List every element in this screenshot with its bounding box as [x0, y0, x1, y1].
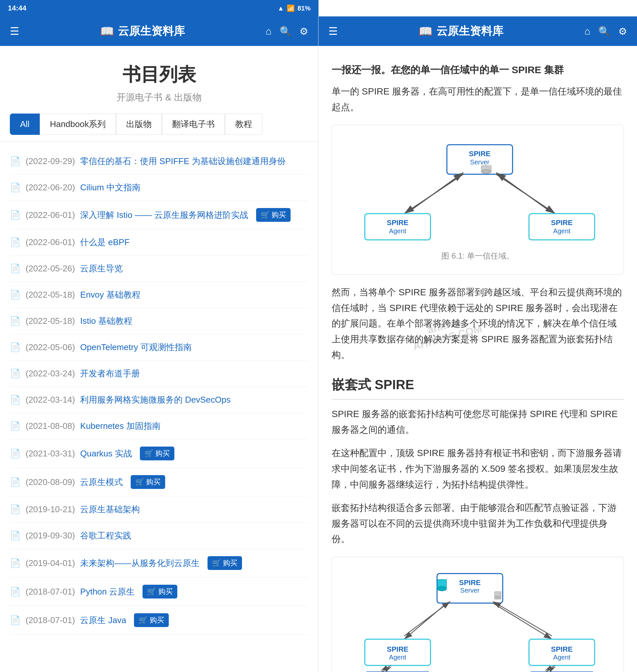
buy-badge-12[interactable]: 🛒 购买: [131, 475, 165, 489]
book-item-0: 📄(2022-09-29)零信任的基石：使用 SPIFFE 为基础设施创建通用身…: [10, 148, 308, 174]
filter-tab-1[interactable]: Handbook系列: [40, 114, 116, 135]
article-content: 一报还一报。在您的单一信任域中的单一 SPIRE 集群 单一的 SPIRE 服务…: [318, 46, 637, 672]
book-doc-icon-11: 📄: [10, 449, 20, 459]
book-date-6: (2022-05-18): [25, 316, 75, 326]
filter-tabs: AllHandbook系列出版物翻译电子书教程: [0, 114, 318, 142]
filter-tab-2[interactable]: 出版物: [116, 114, 162, 135]
search-icon-left[interactable]: 🔍: [279, 25, 292, 37]
book-title-13[interactable]: 云原生基础架构: [80, 504, 140, 515]
book-doc-icon-10: 📄: [10, 421, 20, 431]
book-date-15: (2019-04-01): [25, 558, 75, 568]
book-title-4[interactable]: 云原生导览: [80, 263, 123, 274]
book-title-8[interactable]: 开发者布道手册: [80, 368, 140, 379]
book-date-8: (2022-03-24): [25, 369, 75, 379]
menu-icon-left[interactable]: ☰: [10, 25, 19, 37]
search-icon-right[interactable]: 🔍: [598, 25, 611, 37]
book-title-9[interactable]: 利用服务网格实施微服务的 DevSecOps: [80, 394, 231, 406]
book-title-16[interactable]: Python 云原生: [80, 586, 134, 598]
book-date-1: (2022-06-20): [25, 183, 75, 193]
section-text1: SPIRE 服务器的嵌套拓扑结构可使您尽可能保持 SPIRE 代理和 SPIRE…: [332, 406, 624, 437]
book-doc-icon-0: 📄: [10, 156, 20, 166]
book-date-0: (2022-09-29): [25, 156, 75, 166]
book-doc-icon-16: 📄: [10, 587, 20, 597]
buy-badge-11[interactable]: 🛒 购买: [140, 447, 174, 460]
svg-text:Agent: Agent: [389, 227, 406, 235]
book-doc-icon-5: 📄: [10, 290, 20, 300]
buy-badge-16[interactable]: 🛒 购买: [143, 585, 177, 598]
svg-point-5: [481, 170, 491, 173]
book-date-16: (2018-07-01): [25, 587, 75, 597]
menu-icon-right[interactable]: ☰: [328, 25, 338, 37]
navbar-right: ☰ 📖 云原生资料库 ⌂ 🔍 ⚙: [318, 16, 637, 46]
navbar-icons-left: ⌂ 🔍 ⚙: [266, 25, 308, 37]
page-title: 书目列表: [10, 62, 308, 87]
book-title-5[interactable]: Envoy 基础教程: [80, 289, 141, 301]
navbar-left: ☰ 📖 云原生资料库 ⌂ 🔍 ⚙: [0, 16, 318, 46]
book-item-15: 📄(2019-04-01)未来架构——从服务化到云原生🛒 购买: [10, 549, 308, 578]
svg-text:SPIRE: SPIRE: [387, 219, 408, 227]
book-title-3[interactable]: 什么是 eBPF: [80, 237, 129, 248]
svg-text:Agent: Agent: [553, 654, 571, 661]
filter-tab-3[interactable]: 翻译电子书: [162, 114, 225, 135]
book-title-14[interactable]: 谷歌工程实践: [80, 530, 131, 541]
book-date-9: (2022-03-14): [25, 395, 75, 405]
book-doc-icon-9: 📄: [10, 395, 20, 405]
book-doc-icon-12: 📄: [10, 477, 20, 487]
status-bar-left: 14:44 ▲ 📶 81%: [0, 0, 318, 16]
spire-diagram1-svg: SPIRE Server SPIRE Agent: [345, 138, 614, 243]
diagram1: SPIRE Server SPIRE Agent: [332, 125, 624, 275]
brand-right: 📖 云原生资料库: [419, 24, 503, 39]
spire-diagram2-svg: SPIRE Server SPIRE Agent SPIRE: [345, 570, 614, 672]
book-title-15[interactable]: 未来架构——从服务化到云原生: [80, 558, 200, 569]
svg-point-17: [437, 586, 447, 591]
section-text2: 在这种配置中，顶级 SPIRE 服务器持有根证书和密钥，而下游服务器请求中间签名…: [332, 445, 624, 492]
book-title-2[interactable]: 深入理解 Istio —— 云原生服务网格进阶实战: [80, 209, 248, 221]
brand-title-right: 云原生资料库: [436, 24, 503, 39]
book-item-12: 📄(2020-08-09)云原生模式🛒 购买: [10, 468, 308, 497]
book-doc-icon-6: 📄: [10, 316, 20, 326]
book-item-2: 📄(2022-06-01)深入理解 Istio —— 云原生服务网格进阶实战🛒 …: [10, 201, 308, 229]
book-title-17[interactable]: 云原生 Java: [80, 615, 126, 626]
book-date-17: (2018-07-01): [25, 615, 75, 626]
book-title-7[interactable]: OpenTelemetry 可观测性指南: [80, 341, 192, 353]
buy-badge-17[interactable]: 🛒 购买: [134, 613, 168, 627]
settings-icon-right[interactable]: ⚙: [618, 25, 627, 37]
book-title-10[interactable]: Kubernetes 加固指南: [80, 420, 160, 432]
svg-text:Agent: Agent: [389, 654, 406, 661]
book-date-7: (2022-05-06): [25, 342, 75, 352]
settings-icon-left[interactable]: ⚙: [299, 25, 308, 37]
book-title-6[interactable]: Istio 基础教程: [80, 315, 132, 327]
book-title-12[interactable]: 云原生模式: [80, 477, 123, 488]
buy-badge-15[interactable]: 🛒 购买: [207, 556, 242, 570]
section-text3: 嵌套拓扑结构很适合多云部署。由于能够混合和匹配节点验证器，下游服务器可以在不同的…: [332, 500, 624, 547]
home-icon-right[interactable]: ⌂: [584, 25, 590, 37]
buy-badge-2[interactable]: 🛒 购买: [256, 208, 291, 222]
book-title-0[interactable]: 零信任的基石：使用 SPIFFE 为基础设施创建通用身份: [80, 155, 285, 167]
svg-text:SPIRE: SPIRE: [387, 645, 408, 653]
book-item-10: 📄(2021-08-08)Kubernetes 加固指南: [10, 413, 308, 440]
book-item-6: 📄(2022-05-18)Istio 基础教程: [10, 308, 308, 334]
book-date-5: (2022-05-18): [25, 290, 75, 300]
svg-text:Agent: Agent: [553, 227, 571, 235]
svg-text:Server: Server: [470, 158, 490, 166]
filter-tab-4[interactable]: 教程: [225, 114, 262, 135]
book-doc-icon-2: 📄: [10, 210, 20, 220]
paragraph1: 然而，当将单个 SPIRE 服务器部署到跨越区域、平台和云提供商环境的信任域时，…: [332, 284, 624, 362]
page-subtitle: 开源电子书 & 出版物: [10, 91, 308, 104]
book-title-11[interactable]: Quarkus 实战: [80, 448, 132, 460]
navbar-icons-right: ⌂ 🔍 ⚙: [584, 25, 627, 37]
book-doc-icon-1: 📄: [10, 183, 20, 193]
brand-title-left: 云原生资料库: [118, 24, 185, 39]
status-icons-left: ▲ 📶 81%: [277, 4, 311, 12]
book-item-11: 📄(2021-03-31)Quarkus 实战🛒 购买: [10, 440, 308, 468]
diagram2: SPIRE Server SPIRE Agent SPIRE: [332, 557, 624, 672]
book-item-1: 📄(2022-06-20)Cilium 中文指南: [10, 174, 308, 201]
book-doc-icon-13: 📄: [10, 504, 20, 515]
filter-tab-0[interactable]: All: [10, 114, 40, 135]
book-doc-icon-14: 📄: [10, 530, 20, 541]
diagram1-caption: 图 6.1: 单一信任域。: [345, 251, 611, 261]
home-icon-left[interactable]: ⌂: [266, 25, 272, 37]
book-doc-icon-8: 📄: [10, 369, 20, 379]
svg-text:SPIRE: SPIRE: [459, 578, 481, 587]
book-title-1[interactable]: Cilium 中文指南: [80, 182, 140, 193]
